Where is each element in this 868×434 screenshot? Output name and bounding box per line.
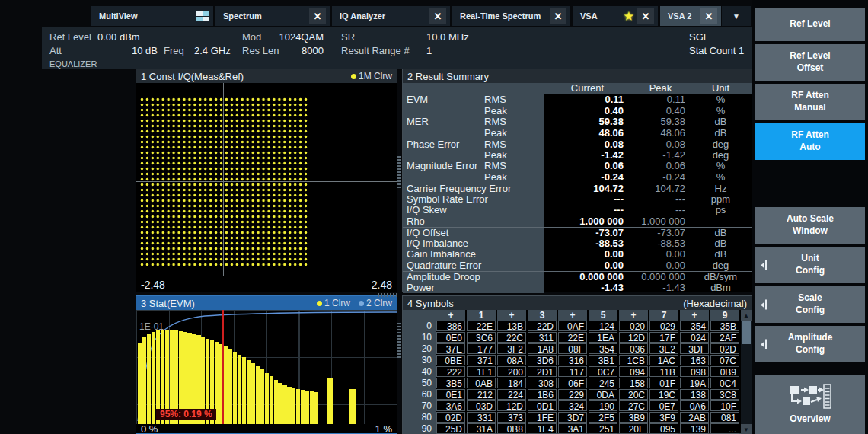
splitter-handle-vertical-top[interactable]	[397, 156, 401, 190]
result-row-peak: Peak0.400.40%	[403, 106, 752, 117]
trace1-dot-icon	[317, 301, 322, 306]
tab-multiview[interactable]: MultiView	[91, 6, 213, 26]
close-icon[interactable]: ✕	[309, 8, 326, 24]
splitter-handle-vertical-bottom[interactable]	[397, 323, 401, 359]
mod-field[interactable]: Mod 1024QAM	[242, 30, 261, 44]
constellation-plot	[136, 83, 397, 276]
scroll-down-icon[interactable]: ▼	[741, 424, 752, 434]
symbol-cell: 13B	[497, 321, 526, 331]
softkey-unit-config[interactable]: UnitConfig	[755, 247, 865, 283]
symbol-cell: 1EA	[589, 332, 617, 343]
stat-count-field[interactable]: Stat Count 1	[689, 44, 744, 58]
symbols-scrollbar[interactable]: ▲ ▼	[741, 310, 752, 434]
result-range-field[interactable]: Result Range # 1	[341, 44, 410, 58]
tab-spectrum[interactable]: Spectrum✕	[215, 6, 330, 26]
multiview-grid-icon	[196, 11, 209, 21]
symbol-cell: 3E2	[649, 343, 678, 354]
close-icon[interactable]: ✕	[550, 8, 566, 24]
symbol-cell: 316	[558, 355, 587, 365]
softkey-amplitude-config[interactable]: AmplitudeConfig	[755, 326, 865, 362]
softkey-label: Ref Level	[790, 18, 830, 30]
softkey-label: Overview	[790, 413, 830, 426]
symbol-cell: 08A	[497, 355, 526, 365]
symbol-cell: 3B9	[619, 412, 648, 423]
row-index: 90	[403, 423, 436, 434]
splitter-handle-horizontal[interactable]	[378, 293, 397, 297]
window-constellation-titlebar[interactable]: 1 Const I/Q(Meas&Ref) 1M Clrw	[136, 69, 397, 83]
tab-vsa-2[interactable]: VSA 2✕	[660, 6, 721, 26]
symbol-cell: 06F	[558, 378, 587, 388]
row-index: 70	[403, 400, 436, 412]
softkey-label: Manual	[794, 102, 825, 114]
symbol-cell: 0A6	[680, 400, 709, 411]
softkey-scale-config[interactable]: ScaleConfig	[755, 286, 865, 323]
channel-info-bar: Ref Level 0.00 dBm Mod 1024QAM SR 10.0 M…	[42, 27, 752, 69]
softkey-sidebar: Ref LevelRef LevelOffsetRF AttenManualRF…	[752, 0, 868, 434]
softkey-ref-level[interactable]: Ref Level	[755, 8, 865, 41]
res-len-field[interactable]: Res Len 8000	[242, 44, 279, 58]
symbol-cell: 02D	[710, 343, 739, 354]
softkey-label: Ref Level	[790, 50, 830, 62]
histogram-bar	[278, 383, 282, 424]
window-result-summary-titlebar[interactable]: 2 Result Summary	[403, 69, 752, 83]
symbol-cell: 20C	[619, 389, 648, 400]
tab-vsa[interactable]: VSA★✕	[573, 6, 658, 26]
sr-field[interactable]: SR 10.0 MHz	[341, 30, 355, 44]
symbol-cell: 373	[497, 412, 526, 423]
symbols-row-20: 2037E1773F21A808F3540363E23DF02D	[403, 343, 752, 355]
submenu-arrow-icon	[761, 340, 767, 349]
softkey-label: RF Atten	[791, 129, 829, 142]
ref-level-field[interactable]: Ref Level 0.00 dBm	[49, 30, 91, 44]
trace2-dot-icon	[359, 301, 364, 306]
freq-field[interactable]: Freq 2.4 GHz	[164, 44, 184, 58]
histogram-bar	[256, 366, 260, 425]
scrollbar-thumb[interactable]	[742, 321, 751, 344]
symbol-cell: 02D	[436, 412, 465, 423]
softkey-rf-atten-manual[interactable]: RF AttenManual	[755, 84, 865, 120]
tab-label: Spectrum	[223, 11, 262, 21]
window-title: 2 Result Summary	[407, 71, 489, 82]
tab-label: VSA	[580, 11, 598, 21]
softkey-auto-scale-window[interactable]: Auto ScaleWindow	[755, 207, 865, 244]
histogram-bar	[242, 357, 246, 424]
close-icon[interactable]: ✕	[429, 8, 446, 24]
symbol-cell: 184	[497, 378, 526, 388]
histogram-bar	[305, 391, 309, 425]
window-stat-evm-titlebar[interactable]: 3 Stat(EVM) 1 Clrw 2 Clrw	[136, 296, 397, 310]
symbol-cell: 10F	[710, 400, 739, 411]
softkey-overview[interactable]: Overview	[755, 375, 865, 434]
tab-iq-analyzer[interactable]: IQ Analyzer✕	[332, 6, 450, 26]
tab-real-time-spectrum[interactable]: Real-Time Spectrum✕	[452, 6, 570, 26]
tab-overflow-button[interactable]: ▼	[722, 6, 751, 26]
symbol-cell: 1E4	[528, 423, 557, 434]
att-field[interactable]: Att 10 dB	[49, 44, 62, 58]
window-symbols-titlebar[interactable]: 4 Symbols (Hexadecimal)	[403, 296, 752, 310]
softkey-label: Auto	[799, 142, 820, 154]
vsa-application: MultiViewSpectrum✕IQ Analyzer✕Real-Time …	[0, 0, 868, 434]
softkey-ref-level-offset[interactable]: Ref LevelOffset	[755, 44, 865, 81]
symbol-cell: 07C	[710, 355, 739, 365]
close-icon[interactable]: ✕	[637, 8, 654, 24]
window-title: 4 Symbols	[407, 298, 454, 309]
softkey-label: Config	[796, 305, 825, 317]
histogram-bar	[238, 355, 241, 425]
scroll-up-icon[interactable]: ▲	[741, 310, 752, 321]
softkey-label: Unit	[801, 253, 819, 265]
close-icon[interactable]: ✕	[700, 8, 717, 24]
chevron-down-icon: ▼	[732, 12, 740, 21]
histogram-bar	[138, 343, 142, 425]
softkey-rf-atten-auto[interactable]: RF AttenAuto	[755, 123, 865, 160]
symbol-cell: 0AB	[467, 378, 496, 388]
percentile-marker-line[interactable]	[222, 310, 224, 424]
symbol-cell: 35B	[710, 321, 739, 331]
result-row-i-q-skew: I/Q Skew------ps	[403, 205, 752, 216]
symbol-cell: 212	[467, 389, 496, 400]
sweep-mode-sgl[interactable]: SGL	[689, 30, 709, 44]
symbol-cell: 386	[436, 321, 465, 331]
symbol-cell: 1F1	[467, 366, 496, 377]
row-index: 80	[403, 412, 436, 423]
window-symbols: 4 Symbols (Hexadecimal) +1+3+5+7+9038622…	[402, 295, 752, 434]
trace-legend: 1M Clrw	[351, 71, 392, 81]
symbol-cell: 3F9	[649, 412, 678, 423]
symbol-cell: 1AC	[649, 355, 678, 365]
